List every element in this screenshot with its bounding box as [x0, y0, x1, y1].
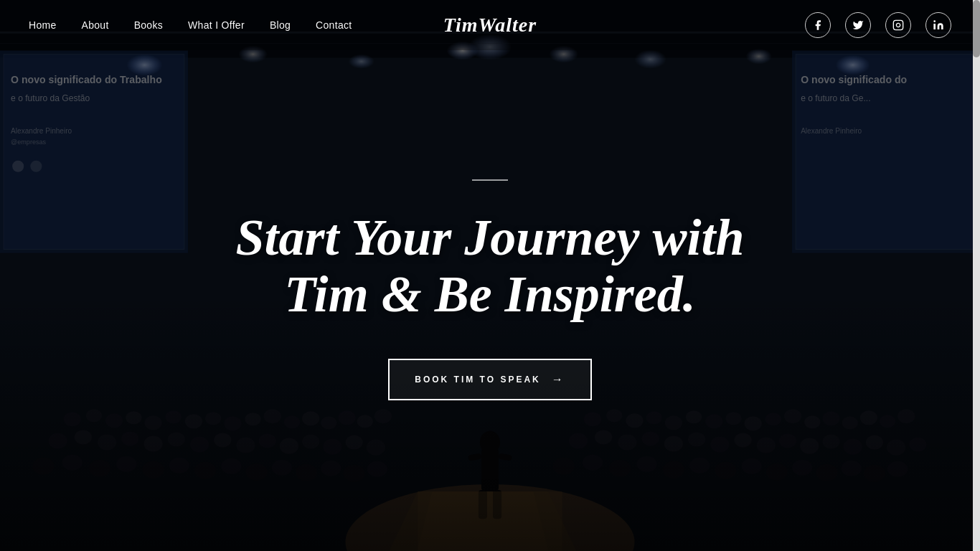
hero-title-line2: Tim & Be Inspired. — [284, 265, 695, 323]
hero-content: Start Your Journey with Tim & Be Inspire… — [0, 29, 980, 551]
cta-label: BOOK TIM TO SPEAK — [415, 375, 540, 385]
scrollbar-thumb[interactable] — [973, 0, 980, 57]
scrollbar[interactable] — [973, 0, 980, 551]
hero-divider — [472, 179, 508, 181]
arrow-right-icon: → — [552, 373, 565, 386]
book-cta-button[interactable]: BOOK TIM TO SPEAK → — [388, 359, 591, 400]
hero-title: Start Your Journey with Tim & Be Inspire… — [236, 209, 745, 323]
hero-title-line1: Start Your Journey with — [236, 209, 745, 266]
svg-point-134 — [933, 20, 936, 22]
